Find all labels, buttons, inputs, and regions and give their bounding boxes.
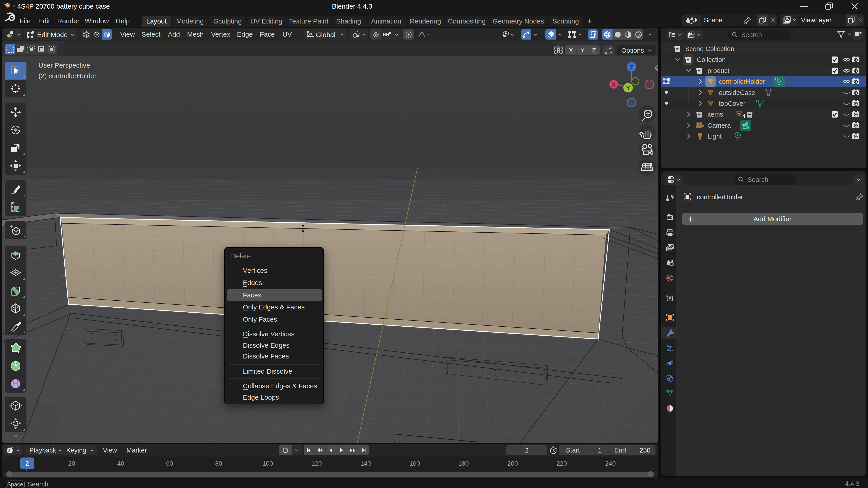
svg-text:Z: Z — [629, 64, 633, 71]
svg-text:Y: Y — [626, 85, 630, 92]
svg-text:X: X — [612, 81, 616, 88]
